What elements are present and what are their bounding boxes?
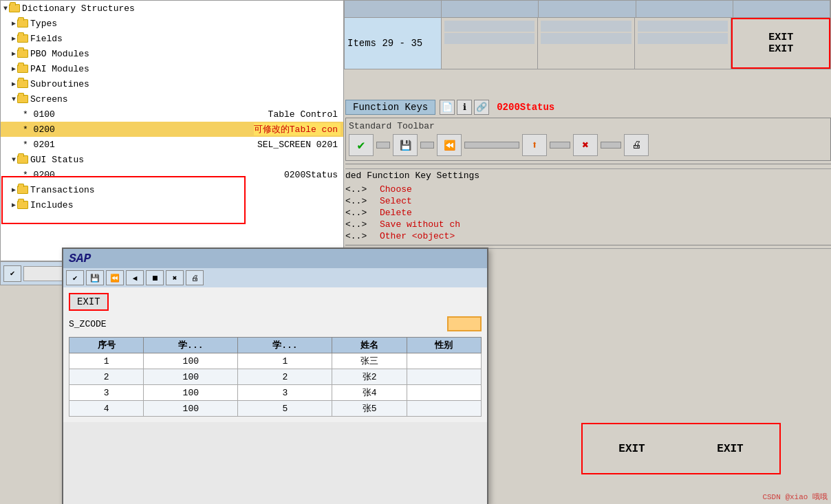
watermark: CSDN @xiao 哦哦	[762, 492, 828, 502]
exit-box-top: EXIT EXIT	[731, 18, 830, 69]
expand-arrow: ▶	[12, 80, 16, 88]
dialog-stop-btn[interactable]: ⏹	[146, 270, 164, 285]
link-icon: 🔗	[474, 100, 489, 115]
divider	[376, 142, 390, 149]
orange-toolbar-btn[interactable]	[522, 134, 547, 156]
tree-item-pbo-modules[interactable]: ▶ PBO Modules	[1, 46, 343, 61]
sap-title: SAP	[69, 252, 91, 265]
data-table: 序号 学... 学... 姓名 性别 1 100 1 张三 2 100	[69, 337, 482, 417]
s-zcode-label: S_ZCODE	[69, 319, 107, 329]
items-header-row	[344, 0, 831, 18]
print-toolbar-btn[interactable]	[624, 134, 649, 156]
folder-icon	[9, 3, 20, 14]
items-header-range	[345, 1, 442, 17]
folder-icon	[17, 94, 28, 105]
tree-item-screen-0201[interactable]: * 0201 SEL_SCREEN 0201	[1, 137, 343, 152]
tree-item-screens[interactable]: ▼ Screens	[1, 91, 343, 107]
folder-icon	[17, 33, 28, 44]
exit-box-bottom: EXIT EXIT	[581, 423, 781, 474]
folder-icon	[17, 184, 28, 195]
items-cell-3	[538, 18, 635, 69]
table-row: 3 100 3 张4	[69, 385, 482, 401]
fks-row-2: <..> Delete	[345, 207, 831, 219]
table-row: 2 100 2 张2	[69, 369, 482, 385]
tree-item-subroutines[interactable]: ▶ Subroutines	[1, 76, 343, 91]
fks-row-1: <..> Select	[345, 195, 831, 207]
dialog-back-btn[interactable]: ⏪	[106, 270, 124, 285]
gray-block	[601, 142, 621, 149]
items-range-cell: Items 29 - 35	[345, 18, 442, 69]
dialog-exit-btn[interactable]: ✖	[166, 270, 184, 285]
tree-item-fields[interactable]: ▶ Fields	[1, 31, 343, 46]
items-header-col4	[636, 1, 733, 17]
sap-dialog-header: SAP	[63, 249, 487, 268]
items-header-col5	[733, 1, 830, 17]
tree-item-screen-0200[interactable]: * 0200 可修改的Table con	[1, 122, 343, 137]
folder-icon	[17, 154, 28, 165]
col-header-1: 学...	[144, 338, 238, 353]
col-header-3: 姓名	[332, 338, 407, 353]
fks-row-0: <..> Choose	[345, 184, 831, 195]
standard-toolbar-section: Standard Toolbar	[345, 118, 831, 161]
folder-icon	[17, 78, 28, 89]
expand-arrow: ▶	[12, 19, 16, 28]
col-header-2: 学...	[238, 338, 332, 353]
tree-item-types[interactable]: ▶ Types	[1, 16, 343, 31]
expand-arrow: ▶	[12, 34, 16, 43]
expand-arrow: ▼	[12, 96, 16, 103]
fks-row-4: <..> Other <object>	[345, 230, 831, 242]
expand-arrow: ▶	[12, 201, 16, 209]
fk-settings-section: ded Function Key Settings <..> Choose <.…	[345, 164, 831, 245]
items-section: Items 29 - 35 EXIT EXIT	[344, 0, 831, 93]
tree-item-pai-modules[interactable]: ▶ PAI Modules	[1, 61, 343, 76]
save-toolbar-btn[interactable]	[393, 134, 418, 156]
function-keys-section: Function Keys 📄 ℹ 🔗 0200Status Standard …	[345, 100, 831, 266]
info-icon: ℹ	[457, 100, 472, 115]
table-row: 4 100 5 张5	[69, 401, 482, 417]
items-cell-4	[635, 18, 732, 69]
exit-dialog-btn[interactable]: EXIT	[69, 293, 109, 311]
sap-dialog-toolbar: ✔ 💾 ⏪ ◀ ⏹ ✖ 🖨	[63, 268, 487, 287]
sap-dialog-content: EXIT S_ZCODE 序号 学... 学... 姓名 性别 1 1	[63, 287, 487, 422]
items-cell-2	[442, 18, 539, 69]
tree-item-transactions[interactable]: ▶ Transactions	[1, 182, 343, 197]
tree-item-gui-0200[interactable]: * 0200 0200Status	[1, 167, 343, 182]
back-toolbar-btn[interactable]	[437, 134, 462, 156]
col-header-4: 性别	[407, 338, 481, 353]
folder-icon	[17, 18, 28, 29]
fks-row-3: <..> Save without ch	[345, 219, 831, 230]
items-header-col3	[539, 1, 636, 17]
gray-block	[464, 142, 519, 149]
tree-item-dict-structures[interactable]: ▼ Dictionary Structures	[1, 1, 343, 16]
expand-arrow: ▼	[12, 156, 16, 164]
toolbar-label: Standard Toolbar	[349, 121, 828, 131]
tree-item-gui-status[interactable]: ▼ GUI Status	[1, 152, 343, 167]
folder-icon	[17, 63, 28, 74]
tree-panel: ▼ Dictionary Structures ▶ Types ▶ Fields…	[0, 0, 344, 261]
document-icon: 📄	[440, 100, 455, 115]
items-header-col2	[442, 1, 539, 17]
divider	[420, 142, 434, 149]
items-data-section: Items 29 - 35 EXIT EXIT	[344, 18, 831, 69]
check-toolbar-btn[interactable]	[349, 134, 374, 156]
fk-title: Function Keys	[345, 100, 435, 115]
fk-settings-title: ded Function Key Settings	[345, 168, 831, 181]
tree-item-screen-0100[interactable]: * 0100 Table Control	[1, 107, 343, 122]
expand-arrow: ▶	[12, 186, 16, 194]
sap-dialog: SAP ✔ 💾 ⏪ ◀ ⏹ ✖ 🖨 EXIT S_ZCODE 序号 学... 学…	[62, 248, 488, 504]
dialog-check-btn[interactable]: ✔	[66, 270, 84, 285]
gray-block	[550, 142, 570, 149]
toolbar-buttons	[349, 133, 828, 157]
s-zcode-input[interactable]	[447, 316, 482, 331]
expand-arrow: ▶	[12, 65, 16, 73]
table-row: 1 100 1 张三	[69, 353, 482, 369]
dialog-nav-btn[interactable]: ◀	[126, 270, 144, 285]
col-header-0: 序号	[69, 338, 144, 353]
folder-icon	[17, 48, 28, 59]
dialog-save-btn[interactable]: 💾	[86, 270, 104, 285]
expand-arrow: ▼	[3, 5, 8, 12]
redx-toolbar-btn[interactable]	[573, 134, 598, 156]
dialog-print-btn[interactable]: 🖨	[186, 270, 204, 285]
check-btn[interactable]: ✔	[3, 265, 21, 282]
tree-item-includes[interactable]: ▶ Includes	[1, 197, 343, 212]
